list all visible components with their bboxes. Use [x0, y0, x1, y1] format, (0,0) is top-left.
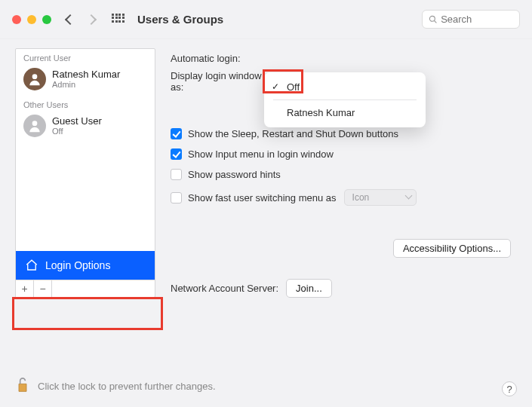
sleep-restart-checkbox[interactable]: [171, 128, 182, 139]
dropdown-divider: [273, 99, 417, 100]
fast-switch-select[interactable]: Icon: [344, 189, 417, 206]
auto-login-label: Automatic login:: [171, 53, 266, 64]
remove-user-button[interactable]: −: [34, 280, 52, 297]
dropdown-item-user[interactable]: Ratnesh Kumar: [264, 103, 426, 123]
login-options-label: Login Options: [45, 259, 110, 271]
avatar: [23, 115, 46, 137]
guest-user-row[interactable]: Guest User Off: [16, 111, 155, 142]
search-input[interactable]: [441, 14, 513, 25]
current-user-role: Admin: [52, 80, 120, 89]
other-users-heading: Other Users: [16, 96, 155, 111]
zoom-window-icon[interactable]: [42, 15, 51, 24]
display-login-label: Display login window as:: [171, 70, 266, 93]
input-menu-checkbox[interactable]: [171, 148, 182, 160]
svg-point-2: [32, 74, 38, 79]
avatar: [23, 68, 46, 90]
current-user-row[interactable]: Ratnesh Kumar Admin: [16, 64, 155, 96]
fast-switch-label: Show fast user switching menu as: [188, 192, 337, 204]
add-user-button[interactable]: +: [16, 280, 34, 297]
network-server-label: Network Account Server:: [171, 283, 278, 294]
sleep-restart-label: Show the Sleep, Restart and Shut Down bu…: [188, 128, 398, 139]
house-icon: [25, 259, 38, 272]
highlight-login-options-annotation: [12, 297, 163, 330]
user-sidebar: Current User Ratnesh Kumar Admin Other U…: [15, 48, 155, 298]
help-button[interactable]: ?: [502, 381, 517, 396]
input-menu-label: Show Input menu in login window: [188, 148, 334, 160]
nav-buttons: [66, 16, 95, 23]
pane-title: Users & Groups: [137, 13, 223, 26]
auto-login-dropdown[interactable]: Off Ratnesh Kumar: [264, 72, 426, 127]
footer: Click the lock to prevent further change…: [0, 366, 532, 407]
svg-line-1: [435, 21, 437, 23]
show-all-icon[interactable]: [112, 14, 124, 26]
current-user-heading: Current User: [16, 49, 155, 64]
password-hints-checkbox[interactable]: [171, 169, 182, 180]
lock-text: Click the lock to prevent further change…: [38, 381, 216, 392]
sidebar-footer: + −: [16, 280, 155, 297]
fast-switch-checkbox[interactable]: [171, 192, 182, 204]
window-controls: [12, 15, 51, 24]
toolbar: Users & Groups: [0, 0, 532, 39]
guest-user-status: Off: [52, 127, 102, 136]
join-button[interactable]: Join...: [286, 279, 332, 298]
login-options-button[interactable]: Login Options: [16, 251, 155, 280]
svg-point-3: [32, 121, 38, 126]
current-user-name: Ratnesh Kumar: [52, 69, 120, 80]
search-icon: [429, 14, 437, 24]
close-window-icon[interactable]: [12, 15, 21, 24]
dropdown-item-off[interactable]: Off: [264, 77, 426, 97]
search-field[interactable]: [422, 10, 520, 29]
accessibility-options-button[interactable]: Accessibility Options...: [393, 239, 511, 258]
forward-button: [86, 14, 97, 24]
svg-point-0: [429, 16, 435, 21]
guest-user-name: Guest User: [52, 116, 102, 127]
back-button[interactable]: [65, 14, 75, 24]
minimize-window-icon[interactable]: [27, 15, 36, 24]
password-hints-label: Show password hints: [188, 169, 281, 180]
lock-icon[interactable]: [15, 376, 30, 396]
